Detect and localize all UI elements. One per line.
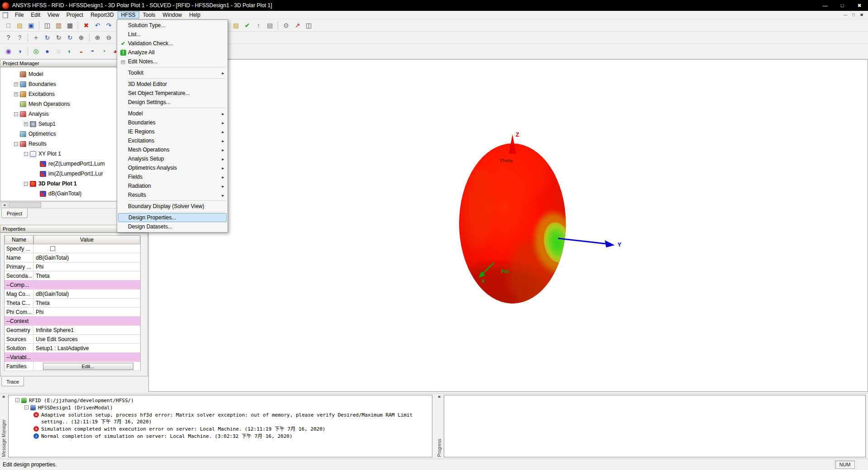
edit-notes-icon[interactable]: ▤ [265, 20, 275, 31]
menu-item-radiation[interactable]: Radiation▸ [118, 181, 227, 190]
prop-row-mag-component[interactable]: Mag Co...dB(GainTotal) [5, 290, 140, 299]
analyze-all-icon[interactable]: ↑ [253, 20, 264, 31]
menu-item-analysis-setup[interactable]: Analysis Setup▸ [118, 154, 227, 163]
expander-icon[interactable]: + [14, 82, 18, 86]
prop-row-solution[interactable]: SolutionSetup1 : LastAdaptive [5, 344, 140, 353]
rotate-around-point-icon[interactable]: ↻ [53, 33, 64, 43]
menu-item-solution-type[interactable]: Solution Type... [118, 21, 227, 30]
prop-row-theta-component[interactable]: Theta C...Theta [5, 299, 140, 308]
help-pointer-icon[interactable]: ? [3, 33, 14, 43]
menu-item-ie-regions[interactable]: IE Regions▸ [118, 127, 227, 136]
close-progress-icon[interactable]: ✖ [438, 395, 441, 399]
cascade-windows-icon[interactable]: ◫ [304, 20, 314, 31]
prop-row-families[interactable]: FamiliesEdit... [5, 362, 140, 371]
undo-icon[interactable]: ↶ [92, 20, 103, 31]
mesh-view-icon[interactable]: ◑ [14, 46, 25, 57]
expander-icon[interactable]: - [24, 405, 28, 409]
section-view-icon[interactable]: ◒ [76, 46, 86, 57]
zoom-out-icon[interactable]: ⊖ [104, 33, 114, 43]
menu-edit[interactable]: Edit [27, 11, 44, 19]
menu-item-design-datasets[interactable]: Design Datasets... [118, 222, 227, 231]
print-icon[interactable]: ▦ [65, 20, 75, 31]
pan-icon[interactable]: + [31, 33, 41, 43]
save-icon[interactable]: ▣ [26, 20, 36, 31]
expander-icon[interactable]: - [24, 182, 28, 186]
menu-item-analyze-all[interactable]: !Analyze All [118, 48, 227, 57]
mdi-minimize-button[interactable]: — [841, 12, 849, 19]
close-button[interactable]: ✖ [851, 0, 868, 11]
prop-row-name[interactable]: NamedB(GainTotal) [5, 253, 140, 262]
menu-item-design-properties[interactable]: Design Properties... [118, 213, 227, 222]
zoom-area-icon[interactable]: ⊙ [281, 20, 291, 31]
message-info-1[interactable]: Normal completion of simulation on serve… [11, 433, 430, 440]
validation-check-icon[interactable]: ✔ [242, 20, 252, 31]
menu-item-optimetrics-analysis[interactable]: Optimetrics Analysis▸ [118, 163, 227, 172]
edit-families-button[interactable]: Edit... [43, 363, 133, 370]
zoom-in-icon[interactable]: ⊕ [92, 33, 103, 43]
menu-item-edit-notes[interactable]: ▤Edit Notes... [118, 57, 227, 66]
menu-item-set-object-temperature[interactable]: Set Object Temperature... [118, 89, 227, 98]
redo-icon[interactable]: ↷ [104, 20, 114, 31]
dynamic-zoom-icon[interactable]: ⊕ [76, 33, 86, 43]
prop-row-secondary-sweep[interactable]: Seconda...Theta [5, 271, 140, 280]
expander-icon[interactable]: - [24, 152, 28, 156]
menu-file[interactable]: File [11, 11, 27, 19]
menu-report3d[interactable]: Report3D [87, 11, 117, 19]
wireframe-view-icon[interactable]: ◌ [53, 46, 64, 57]
message-error-1[interactable]: Adaptive solution setup, process hf3d er… [11, 412, 430, 425]
minimize-button[interactable]: — [816, 0, 834, 11]
message-project-node[interactable]: -RFID (E:/jjzhang/development/HFSS/) [11, 397, 430, 404]
paste-icon[interactable]: ▥ [53, 20, 64, 31]
3d-modeler-view[interactable]: Z Theta Y x Phi [148, 59, 868, 392]
message-list[interactable]: -RFID (E:/jjzhang/development/HFSS/) -HF… [8, 395, 432, 457]
menu-window[interactable]: Window [159, 11, 186, 19]
prop-row-phi-component[interactable]: Phi Com...Phi [5, 308, 140, 317]
menu-item-list[interactable]: List... [118, 30, 227, 39]
tab-project[interactable]: Project [1, 209, 28, 218]
message-error-2[interactable]: Simulation completed with execution erro… [11, 426, 430, 432]
menu-view[interactable]: View [44, 11, 63, 19]
expander-icon[interactable]: + [14, 92, 18, 96]
rotate-in-plane-icon[interactable]: ↻ [65, 33, 75, 43]
expander-icon[interactable]: - [14, 112, 18, 116]
menu-item-boundary-display[interactable]: Boundary Display (Solver View) [118, 202, 227, 211]
menu-item-toolkit[interactable]: Toolkit▸ [118, 68, 227, 77]
mdi-close-button[interactable]: ✖ [858, 12, 866, 19]
boundaries-view-icon[interactable]: ◔ [99, 46, 109, 57]
menu-item-results[interactable]: Results▸ [118, 190, 227, 199]
prop-row-sources[interactable]: SourcesUse Edit Sources [5, 335, 140, 344]
prop-row-geometry[interactable]: GeometryInfinite Sphere1 [5, 326, 140, 335]
menu-item-validation-check[interactable]: ✔Validation Check... [118, 39, 227, 48]
scrollbar-thumb[interactable] [9, 202, 41, 208]
menu-item-boundaries[interactable]: Boundaries▸ [118, 118, 227, 127]
coordinate-system-icon[interactable]: ◓ [87, 46, 98, 57]
menu-item-fields[interactable]: Fields▸ [118, 172, 227, 181]
menu-item-model[interactable]: Model▸ [118, 109, 227, 118]
menu-project[interactable]: Project [63, 11, 87, 19]
copy-icon[interactable]: ◫ [42, 20, 52, 31]
shaded-view-icon[interactable]: ● [42, 46, 52, 57]
show-hide-icon[interactable]: ◎ [31, 46, 41, 57]
menu-item-mesh-operations[interactable]: Mesh Operations▸ [118, 145, 227, 154]
tab-trace[interactable]: Trace [1, 377, 24, 386]
open-file-icon[interactable]: ▤ [14, 20, 25, 31]
menu-item-excitations[interactable]: Excitations▸ [118, 136, 227, 145]
solution-data-icon[interactable]: ▤ [231, 20, 241, 31]
menu-item-3d-model-editor[interactable]: 3D Model Editor [118, 80, 227, 89]
scroll-left-icon[interactable]: ◄ [1, 202, 8, 208]
specify-checkbox[interactable] [50, 246, 55, 251]
what-is-this-icon[interactable]: ? [14, 33, 25, 43]
menu-tools[interactable]: Tools [139, 11, 159, 19]
create-report-icon[interactable]: ↗ [292, 20, 303, 31]
menu-help[interactable]: Help [185, 11, 204, 19]
expander-icon[interactable]: + [24, 122, 28, 126]
maximize-button[interactable]: □ [834, 0, 851, 11]
orientation-icon[interactable]: ◐ [65, 46, 75, 57]
close-message-manager-icon[interactable]: ✖ [2, 395, 5, 399]
delete-icon[interactable]: ✖ [81, 20, 91, 31]
new-file-icon[interactable]: □ [3, 20, 14, 31]
rotate-around-axis-icon[interactable]: ↻ [42, 33, 52, 43]
menu-hfss[interactable]: HFSS [118, 11, 139, 19]
prop-row-primary-sweep[interactable]: Primary ...Phi [5, 262, 140, 271]
prop-row-specify[interactable]: Specify ... [5, 244, 140, 253]
